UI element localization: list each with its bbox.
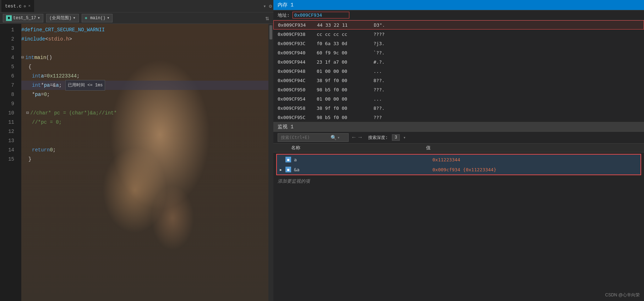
code-line-6: int a = 0x11223344 ;: [21, 71, 268, 81]
mem-addr: 0x009CF948: [278, 69, 317, 74]
memory-row: 0x009CF938 cc cc cc cc ????: [273, 29, 644, 39]
code-token: 0: [50, 145, 53, 155]
code-line-7: ⇒ int * pa = & a ; 已用时间 <= 1ms: [21, 81, 268, 90]
mem-ascii: ?j3.: [373, 41, 384, 46]
nav-back-arrow[interactable]: ←: [351, 134, 356, 141]
memory-row: 0x009CF940 60 f9 9c 00 `??.: [273, 48, 644, 57]
scrollbar-thumb[interactable]: [269, 25, 272, 39]
tab-label: test.c: [5, 4, 22, 9]
code-token: main: [34, 53, 46, 62]
code-token: a: [41, 71, 44, 81]
code-token: }: [28, 155, 31, 164]
code-token: 0x11223344: [47, 71, 77, 81]
memory-rows: 0x009CF934 44 33 22 11 D3". 0x009CF938 c…: [273, 20, 644, 122]
code-token: >: [69, 34, 72, 44]
code-area: 1 2 3 4 5 6 7 8 9 10 11 12 13 14 15: [0, 24, 273, 301]
mem-hex: 01 00 00 00: [317, 69, 373, 74]
mem-addr: 0x009CF93C: [278, 41, 317, 46]
memory-row: 0x009CF94C 38 9f f0 00 8??.: [273, 76, 644, 85]
memory-row-selected: 0x009CF934 44 33 22 11 D3".: [273, 20, 644, 29]
function-name: main(): [90, 16, 105, 21]
mem-ascii: ???: [373, 115, 382, 120]
watch-table-header: 名称 值: [273, 144, 644, 152]
col-name: 名称: [273, 145, 422, 151]
watch-title: 监视 1: [278, 124, 294, 130]
var-name: a: [294, 157, 432, 162]
project-dropdown-arrow: ▾: [38, 15, 40, 21]
var-icon-2: ■: [285, 167, 291, 172]
mem-ascii: #.?.: [373, 59, 384, 65]
mem-hex: f0 6a 33 0d: [317, 41, 373, 46]
project-name: test_5_17: [13, 16, 36, 21]
code-token: 0: [44, 90, 47, 99]
swap-icon[interactable]: ⇅: [264, 14, 271, 22]
add-watch-placeholder[interactable]: 添加要监视的项: [273, 177, 644, 186]
memory-panel: 内存 1 地址: 0x009CF934 44 33 22 11 D3". 0x0…: [273, 0, 644, 122]
code-line-2: #include < stdio.h >: [21, 34, 268, 44]
code-token: int: [32, 81, 41, 90]
code-token: *: [32, 90, 35, 99]
collapse-icon-2[interactable]: ⊟: [26, 108, 29, 118]
memory-row: 0x009CF950 98 b5 f0 00 ???.: [273, 85, 644, 94]
address-input[interactable]: [293, 12, 349, 18]
depth-dropdown-arrow[interactable]: ▾: [403, 135, 406, 140]
memory-panel-header: 内存 1: [273, 0, 644, 10]
code-line-3: [21, 44, 268, 53]
collapse-icon[interactable]: ⊟: [21, 53, 24, 62]
tab-close-icon[interactable]: ×: [28, 4, 31, 8]
code-token: #define: [21, 25, 42, 34]
code-token: <: [45, 34, 48, 44]
function-dropdown-arrow: ▾: [107, 15, 109, 21]
scope-dropdown[interactable]: (全局范围) ▾: [46, 14, 79, 22]
project-dropdown[interactable]: ▣ test_5_17 ▾: [3, 14, 43, 22]
mem-ascii: ...: [373, 96, 382, 102]
code-token: ;: [53, 145, 56, 155]
mem-hex: 44 33 22 11: [317, 22, 374, 28]
function-icon: ◈: [85, 15, 87, 21]
code-token: ;: [77, 71, 80, 81]
mem-ascii: 8??.: [373, 106, 384, 111]
mem-hex: 60 f9 9c 00: [317, 50, 373, 55]
address-bar: 地址:: [273, 10, 644, 20]
project-icon: ▣: [6, 15, 12, 21]
code-token: return: [32, 145, 50, 155]
code-token: =: [41, 90, 44, 99]
watch-panel-header: 监视 1: [273, 122, 644, 132]
dropdown-arrow-icon[interactable]: ▾: [263, 3, 266, 9]
search-icon: 🔍: [331, 135, 337, 141]
nav-arrows: ← →: [351, 134, 362, 141]
code-token: stdio.h: [48, 34, 69, 44]
code-lines: #define _CRT_SECURE_NO_WARNII #include <…: [18, 24, 268, 301]
right-panel: 内存 1 地址: 0x009CF934 44 33 22 11 D3". 0x0…: [273, 0, 644, 301]
search-box[interactable]: 🔍 ▾: [278, 133, 349, 142]
code-token: &: [53, 81, 56, 90]
var-value-2: 0x009cf934 {0x11223344}: [432, 167, 638, 172]
mem-addr: 0x009CF94C: [278, 78, 317, 83]
mem-hex: 01 00 00 00: [317, 96, 373, 102]
search-dropdown-arrow[interactable]: ▾: [337, 135, 340, 140]
settings-icon[interactable]: ⚙: [269, 3, 272, 9]
tab-pin-icon[interactable]: ⊕: [24, 4, 26, 9]
tab-item-test-c[interactable]: test.c ⊕ ×: [1, 0, 34, 12]
memory-row: 0x009CF958 38 9f f0 00 8??.: [273, 103, 644, 113]
mem-addr: 0x009CF934: [278, 22, 317, 28]
watch-row-pa[interactable]: ▶ ■ &a 0x009cf934 {0x11223344}: [277, 165, 640, 174]
editor-scrollbar[interactable]: [268, 24, 273, 301]
var-icon: ■: [285, 157, 291, 162]
function-dropdown[interactable]: ◈ main() ▾: [82, 14, 113, 22]
code-line-12: [21, 127, 268, 136]
code-token: {: [28, 62, 31, 71]
mem-ascii: ???.: [373, 87, 384, 92]
mem-ascii: D3".: [374, 22, 385, 28]
expand-icon-2[interactable]: ▶: [280, 168, 285, 172]
search-input[interactable]: [281, 135, 331, 140]
nav-forward-arrow[interactable]: →: [358, 134, 363, 141]
tab-bar-actions: ▾ ⚙: [263, 3, 272, 9]
mem-ascii: ...: [373, 69, 382, 74]
mem-hex: 98 b5 f0 00: [317, 87, 373, 92]
mem-addr: 0x009CF940: [278, 50, 317, 55]
mem-addr: 0x009CF95C: [278, 115, 317, 120]
mem-hex: 98 b5 f0 00: [317, 115, 373, 120]
code-token: #include: [21, 34, 45, 44]
watch-row-a[interactable]: ■ a 0x11223344: [277, 155, 640, 165]
